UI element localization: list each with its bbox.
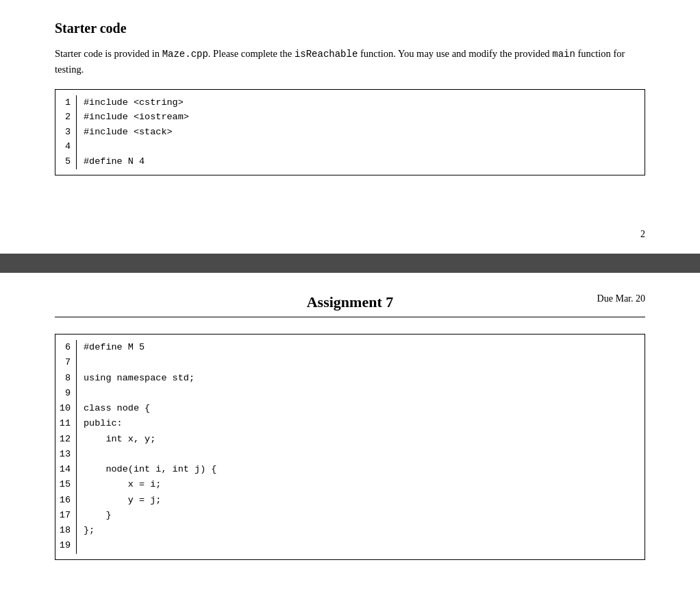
line-separator xyxy=(76,154,77,169)
code-line: 8using namespace std; xyxy=(55,371,645,386)
line-content: #define N 4 xyxy=(84,154,145,169)
due-date: Due Mar. 20 xyxy=(597,293,645,304)
line-content: x = i; xyxy=(84,477,161,492)
code-line: 1#include <cstring> xyxy=(55,95,645,110)
line-content: y = j; xyxy=(84,493,161,508)
assignment-title: Assignment 7 xyxy=(55,293,645,311)
line-separator xyxy=(76,447,77,462)
page-divider-bar xyxy=(0,254,700,273)
line-number: 8 xyxy=(55,371,76,386)
line-content: node(int i, int j) { xyxy=(84,462,216,477)
line-number: 5 xyxy=(55,154,76,169)
line-number: 11 xyxy=(55,416,76,431)
description-text: Starter code is provided in Maze.cpp. Pl… xyxy=(55,46,645,78)
line-number: 17 xyxy=(55,508,76,523)
line-content: using namespace std; xyxy=(84,371,195,386)
code-line: 15 x = i; xyxy=(55,477,645,492)
page-top-section: Starter code Starter code is provided in… xyxy=(0,0,700,254)
line-separator xyxy=(76,340,77,355)
line-number: 3 xyxy=(55,125,76,140)
code-line: 12 int x, y; xyxy=(55,432,645,447)
code-line: 13 xyxy=(55,447,645,462)
line-number: 6 xyxy=(55,340,76,355)
line-number: 7 xyxy=(55,355,76,370)
line-number: 14 xyxy=(55,462,76,477)
line-number: 19 xyxy=(55,538,76,553)
code-line: 4 xyxy=(55,139,645,154)
line-content: int x, y; xyxy=(84,432,155,447)
code-line: 2#include <iostream> xyxy=(55,110,645,125)
section-title: Starter code xyxy=(55,21,645,36)
code-block-bottom: 6#define M 578using namespace std;910cla… xyxy=(55,334,645,560)
line-content: } xyxy=(84,508,112,523)
line-number: 16 xyxy=(55,493,76,508)
line-content: #define M 5 xyxy=(84,340,145,355)
line-separator xyxy=(76,493,77,508)
code-line: 5#define N 4 xyxy=(55,154,645,169)
line-separator xyxy=(76,432,77,447)
line-separator xyxy=(76,477,77,492)
line-number: 12 xyxy=(55,432,76,447)
assignment-header: Assignment 7 Due Mar. 20 xyxy=(55,293,645,317)
function-main: main xyxy=(552,49,575,60)
line-separator xyxy=(76,538,77,553)
line-number: 18 xyxy=(55,523,76,538)
code-line: 9 xyxy=(55,386,645,401)
line-number: 13 xyxy=(55,447,76,462)
code-line: 10class node { xyxy=(55,401,645,416)
function-isreachable: isReachable xyxy=(295,49,358,60)
line-number: 2 xyxy=(55,110,76,125)
code-block-top: 1#include <cstring>2#include <iostream>3… xyxy=(55,89,645,175)
line-separator xyxy=(76,386,77,401)
code-line: 19 xyxy=(55,538,645,553)
line-number: 4 xyxy=(55,139,76,154)
line-separator xyxy=(76,110,77,125)
line-number: 9 xyxy=(55,386,76,401)
line-separator xyxy=(76,95,77,110)
code-line: 3#include <stack> xyxy=(55,125,645,140)
code-line: 7 xyxy=(55,355,645,370)
line-content: }; xyxy=(84,523,95,538)
line-content: class node { xyxy=(84,401,150,416)
line-content: public: xyxy=(84,416,123,431)
line-separator xyxy=(76,462,77,477)
line-separator xyxy=(76,125,77,140)
line-number: 15 xyxy=(55,477,76,492)
line-separator xyxy=(76,371,77,386)
page-number-top: 2 xyxy=(640,229,645,240)
code-line: 14 node(int i, int j) { xyxy=(55,462,645,477)
line-content: #include <iostream> xyxy=(84,110,189,125)
code-line: 16 y = j; xyxy=(55,493,645,508)
page-bottom-section: Assignment 7 Due Mar. 20 6#define M 578u… xyxy=(0,273,700,587)
line-number: 10 xyxy=(55,401,76,416)
line-content: #include <cstring> xyxy=(84,95,184,110)
line-separator xyxy=(76,416,77,431)
line-separator xyxy=(76,139,77,154)
line-separator xyxy=(76,401,77,416)
filename-maze-cpp: Maze.cpp xyxy=(162,49,208,60)
code-line: 18}; xyxy=(55,523,645,538)
code-line: 11public: xyxy=(55,416,645,431)
line-number: 1 xyxy=(55,95,76,110)
line-separator xyxy=(76,508,77,523)
code-line: 17 } xyxy=(55,508,645,523)
line-content: #include <stack> xyxy=(84,125,173,140)
line-separator xyxy=(76,355,77,370)
code-line: 6#define M 5 xyxy=(55,340,645,355)
line-separator xyxy=(76,523,77,538)
